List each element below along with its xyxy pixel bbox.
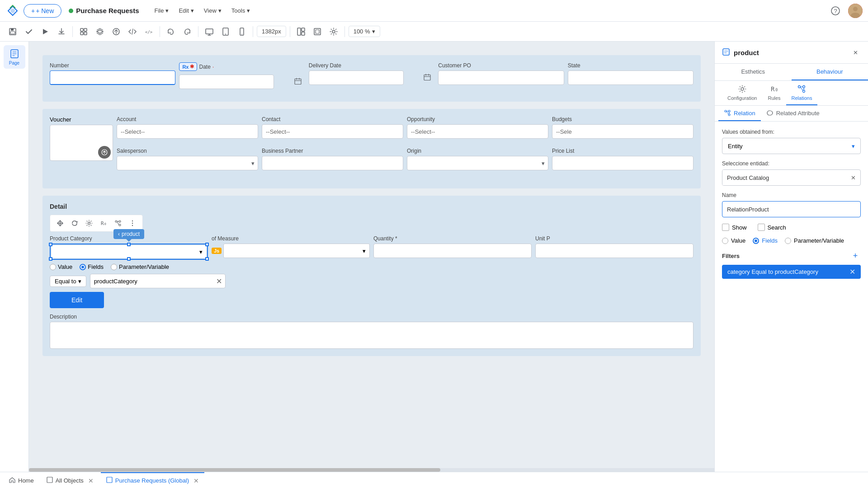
panel-header: product ✕ bbox=[715, 42, 868, 64]
date-input[interactable] bbox=[179, 75, 274, 89]
help-button[interactable]: ? bbox=[828, 4, 843, 18]
relation-btn[interactable] bbox=[112, 217, 124, 230]
export-button[interactable] bbox=[54, 24, 69, 39]
layers-button[interactable] bbox=[93, 24, 107, 39]
undo-button[interactable] bbox=[164, 24, 178, 39]
voucher-label: Voucher bbox=[50, 116, 113, 123]
tab-related-attribute[interactable]: Related Attribute bbox=[761, 106, 825, 121]
upload-button[interactable] bbox=[98, 146, 111, 159]
avatar[interactable] bbox=[848, 4, 863, 18]
refresh-btn[interactable] bbox=[68, 217, 81, 230]
handle-bl[interactable] bbox=[49, 257, 52, 261]
handle-tc[interactable] bbox=[127, 243, 131, 246]
panel-title: product bbox=[722, 48, 759, 57]
business-partner-input[interactable] bbox=[262, 156, 403, 170]
entity-select[interactable]: Entity ▾ bbox=[722, 138, 861, 154]
menu-tools[interactable]: Tools ▾ bbox=[227, 5, 255, 17]
sub-tab-configuration[interactable]: Configuration bbox=[722, 84, 762, 105]
chevron-down-icon: ▾ bbox=[78, 278, 81, 285]
measure-select[interactable]: ▾ bbox=[223, 244, 370, 258]
new-button[interactable]: + + New bbox=[24, 4, 61, 18]
chevron-left-icon: ‹ bbox=[118, 231, 120, 237]
salesperson-select[interactable] bbox=[117, 156, 258, 170]
move-btn[interactable] bbox=[54, 217, 66, 230]
handle-tl[interactable] bbox=[49, 243, 52, 246]
handle-tr[interactable] bbox=[205, 243, 209, 246]
price-list-input[interactable] bbox=[552, 156, 693, 170]
bottom-tab-home[interactable]: Home bbox=[4, 472, 39, 488]
pages-button[interactable] bbox=[310, 24, 325, 39]
contact-select[interactable]: --Select-- bbox=[262, 124, 403, 139]
radio-fields-option[interactable]: Fields bbox=[753, 237, 778, 244]
component-button[interactable] bbox=[76, 24, 91, 39]
budgets-select[interactable]: --Sele bbox=[552, 124, 693, 139]
rx-badge: Rx ✱ bbox=[179, 62, 197, 71]
zoom-control[interactable]: 100 % ▾ bbox=[349, 26, 380, 37]
customer-po-input[interactable] bbox=[438, 70, 564, 85]
unit-price-input[interactable] bbox=[535, 244, 693, 258]
scrollbar-thumb[interactable] bbox=[29, 468, 440, 472]
state-input[interactable] bbox=[568, 70, 693, 85]
sidebar-item-page[interactable]: Page bbox=[4, 45, 25, 69]
account-select[interactable]: --Select-- bbox=[117, 124, 258, 139]
app-name: Purchase Requests bbox=[69, 7, 139, 14]
description-input[interactable] bbox=[50, 322, 693, 349]
redo-button[interactable] bbox=[180, 24, 194, 39]
sub-tab-relations[interactable]: Relations bbox=[786, 84, 818, 105]
bottom-tab-all-objects[interactable]: All Objects ✕ bbox=[41, 472, 99, 488]
formula-btn[interactable]: R₀₀ bbox=[97, 217, 110, 230]
filter-value-input[interactable] bbox=[90, 274, 226, 288]
radio-param-btn[interactable] bbox=[111, 264, 117, 270]
sub-tab-rules[interactable]: R₀₀ Rules bbox=[762, 84, 786, 105]
settings-detail-btn[interactable] bbox=[83, 217, 95, 230]
tab-relation[interactable]: Relation bbox=[718, 106, 761, 121]
product-category-selected[interactable]: ▾ bbox=[50, 244, 208, 260]
more-btn[interactable] bbox=[126, 217, 139, 230]
close-purchase-requests-tab[interactable]: ✕ bbox=[193, 477, 199, 484]
equal-to-button[interactable]: Equal to ▾ bbox=[50, 276, 86, 287]
product-catalog-input[interactable] bbox=[722, 170, 846, 185]
layout-button[interactable] bbox=[294, 24, 308, 39]
radio-value-btn[interactable] bbox=[50, 264, 56, 270]
svg-point-35 bbox=[119, 221, 121, 222]
delivery-date-input[interactable] bbox=[309, 70, 404, 85]
desktop-view-button[interactable] bbox=[202, 24, 217, 39]
edit-button[interactable]: Edit bbox=[50, 292, 104, 308]
menu-view[interactable]: View ▾ bbox=[199, 5, 226, 17]
scrollbar-area[interactable] bbox=[29, 468, 714, 472]
number-input[interactable] bbox=[50, 70, 175, 85]
handle-bc[interactable] bbox=[127, 257, 131, 261]
close-panel-button[interactable]: ✕ bbox=[850, 47, 861, 58]
code-button[interactable] bbox=[125, 24, 140, 39]
tab-behaviour[interactable]: Behaviour bbox=[792, 64, 868, 80]
tablet-view-button[interactable] bbox=[218, 24, 233, 39]
handle-br[interactable] bbox=[205, 257, 209, 261]
nav-button[interactable] bbox=[109, 24, 123, 39]
radio-param-option[interactable]: Parameter/Variable bbox=[785, 237, 844, 244]
origin-select[interactable] bbox=[407, 156, 548, 170]
radio-value-option[interactable]: Value bbox=[722, 237, 745, 244]
close-all-objects-tab[interactable]: ✕ bbox=[88, 477, 94, 484]
relation-name-input[interactable] bbox=[722, 201, 861, 217]
menu-edit[interactable]: Edit ▾ bbox=[174, 5, 198, 17]
show-checkbox[interactable] bbox=[722, 224, 729, 231]
filter-tag-remove[interactable]: ✕ bbox=[849, 267, 855, 276]
search-checkbox[interactable] bbox=[758, 224, 765, 231]
save-button[interactable] bbox=[5, 24, 20, 39]
check-button[interactable] bbox=[22, 24, 36, 39]
unit-price-field: Unit P bbox=[535, 235, 693, 258]
tab-esthetics[interactable]: Esthetics bbox=[715, 64, 792, 80]
opportunity-select[interactable]: --Select-- bbox=[407, 124, 548, 139]
play-button[interactable] bbox=[38, 24, 52, 39]
html-button[interactable]: </> bbox=[142, 24, 156, 39]
settings-button[interactable] bbox=[326, 24, 341, 39]
menu-file[interactable]: File ▾ bbox=[150, 5, 174, 17]
quantity-input[interactable] bbox=[373, 244, 532, 258]
filter-clear-icon[interactable]: ✕ bbox=[216, 277, 222, 286]
bottom-tab-purchase-requests[interactable]: Purchase Requests (Global) ✕ bbox=[101, 472, 204, 488]
entity-group: Seleccione entidad: ✕ bbox=[722, 160, 861, 186]
mobile-view-button[interactable] bbox=[235, 24, 249, 39]
catalog-clear-button[interactable]: ✕ bbox=[846, 174, 860, 181]
radio-fields-btn[interactable] bbox=[80, 264, 86, 270]
add-filter-button[interactable]: + bbox=[850, 250, 861, 261]
